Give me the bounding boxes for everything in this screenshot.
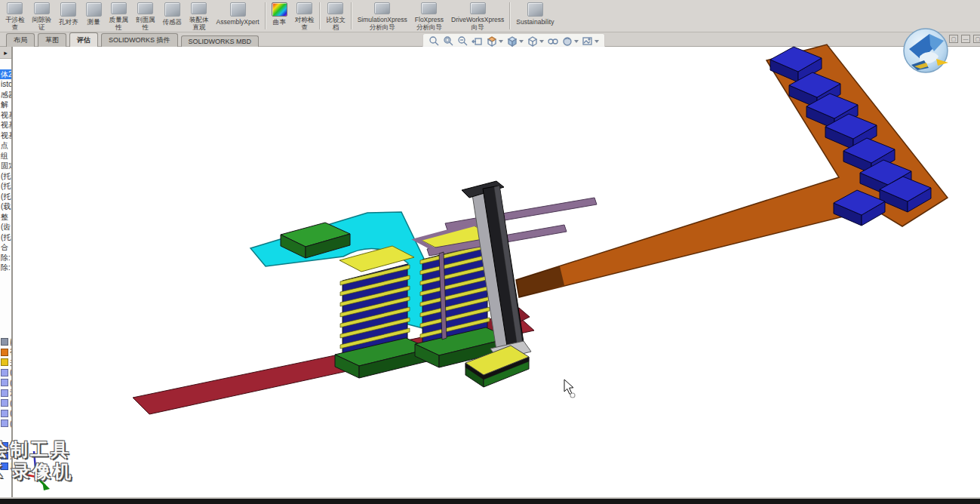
bird-logo (899, 27, 952, 74)
minimize-button[interactable]: — (961, 35, 970, 43)
watermark-line-1: 绘制工具 (0, 438, 73, 460)
bottom-border-bar (0, 499, 980, 504)
screen-recorder-watermark: 绘制工具 K 录像机 (0, 438, 73, 482)
mouse-cursor (564, 380, 573, 394)
assembly-3d-scene[interactable] (0, 0, 980, 504)
window-controls: ▢—▢ (949, 35, 980, 43)
outfeed-rail-shadow (516, 266, 564, 297)
maximize-button[interactable]: ▢ (973, 35, 980, 43)
watermark-line-2: K 录像机 (0, 460, 73, 482)
cursor-busy-ring (570, 393, 575, 398)
